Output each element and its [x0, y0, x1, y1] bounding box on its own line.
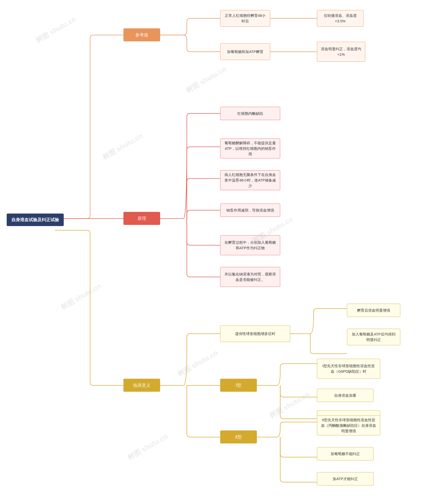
node-孵育后溶血: 孵育后溶血明显增强 — [347, 304, 400, 317]
node-正常人红细胞: 正常人红细胞经孵育48小时后 — [220, 10, 270, 27]
node-加葡萄糖不能纠正: 加葡萄糖不能纠正 — [317, 447, 374, 460]
node-II型-desc: II型先天性非球形细胞性溶血性贫血（丙酮酸激酶缺陷症）自身溶血明显增强 — [317, 415, 380, 435]
watermark-7: 树图 shutu.cn — [126, 431, 169, 462]
root-node: 自身溶血试验及纠正试验 — [7, 214, 64, 226]
node-遗传性球形: 遗传性球形细胞增多症时 — [220, 325, 290, 342]
watermark-1: 树图 shutu.cn — [34, 14, 78, 45]
watermark-6: 树图 shutu.cn — [176, 348, 220, 379]
branch-临床意义: 临床意义 — [123, 379, 160, 392]
branch-参考值: 参考值 — [123, 28, 160, 41]
node-II型: Ⅱ型 — [220, 430, 257, 443]
node-加ATP才能纠正: 加ATP才能纠正 — [317, 472, 374, 486]
watermark-3: 树图 shutu.cn — [101, 131, 145, 162]
mind-map-container: 树图 shutu.cn 树图 shutu.cn 树图 shutu.cn 树图 s… — [0, 0, 427, 504]
root-label: 自身溶血试验及纠正试验 — [11, 217, 59, 223]
watermark-5: 树图 shutu.cn — [59, 281, 103, 312]
watermark-8: 树图 shutu.cn — [267, 390, 311, 420]
node-原理-4: 钠泵作用减弱，导致溶血增强 — [220, 204, 280, 217]
node-仅轻微溶血: 仅轻微溶血、溶血度<3.5% — [317, 10, 364, 27]
node-加葡萄糖ATP: 加葡萄糖和加ATP孵育 — [220, 43, 270, 60]
branch-原理: 原理 — [123, 212, 160, 225]
node-原理-5: 在孵育过程中，分别加入葡萄糖和ATP作为纠正物 — [220, 235, 280, 255]
node-溶血明显纠正: 溶血明显纠正，溶血度均<1% — [317, 42, 365, 62]
watermark-2: 树图 shutu.cn — [184, 64, 228, 95]
node-原理-2: 葡萄糖酵解障碍，不能提供足量ATP，以维持红细胞内的钠泵作用 — [220, 138, 280, 159]
node-自身溶血加重: 自身溶血加重 — [317, 389, 374, 402]
node-I型-desc: I型先天性非球形细胞性溶血性贫血（G6PD缺陷症）时 — [317, 359, 380, 379]
node-原理-6: 并以氯化钠溶液为对照，观察溶血是否能被纠正。 — [220, 267, 280, 287]
node-原理-1: 红细胞内酶缺陷 — [220, 107, 280, 120]
node-I型: Ⅰ型 — [220, 379, 257, 392]
node-原理-3: 病人红细胞无菌条件下在自身血浆中温育48小时，使ATP储备减少 — [220, 170, 280, 190]
node-加葡萄糖ATP纠正: 加入葡萄糖及ATP后均得到明显纠正 — [347, 329, 400, 345]
